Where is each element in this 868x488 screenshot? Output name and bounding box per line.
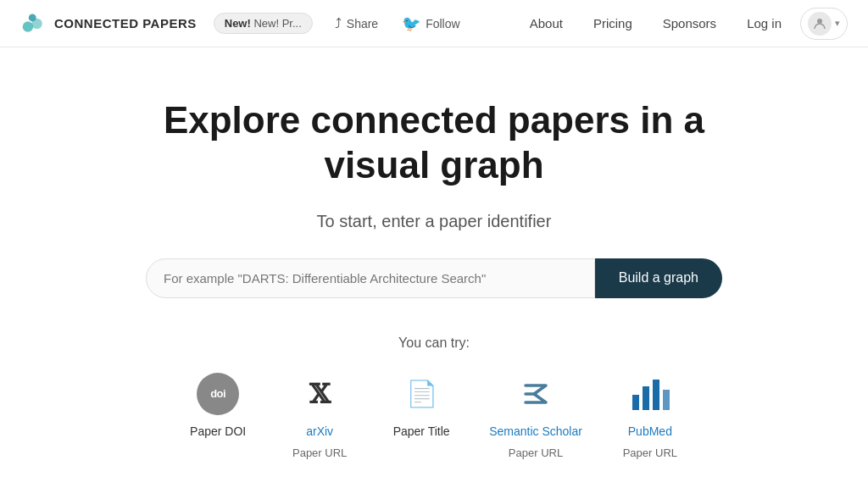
try-section: You can try: doi Paper DOI 𝕏 arXiv Paper… <box>184 336 684 460</box>
semantic-scholar-sublabel: Paper URL <box>509 446 563 459</box>
paper-title-icon: 📄 <box>398 371 444 417</box>
search-row: Build a graph <box>146 258 722 298</box>
doi-label: Paper DOI <box>190 424 246 441</box>
avatar-icon <box>808 12 832 36</box>
paper-title-label: Paper Title <box>393 424 450 441</box>
new-badge-button[interactable]: New! New! Pr... <box>214 13 313 34</box>
page-subtitle: To start, enter a paper identifier <box>317 212 552 231</box>
user-menu-button[interactable]: ▾ <box>800 8 848 40</box>
doi-icon: doi <box>195 371 241 417</box>
follow-label: Follow <box>426 17 459 30</box>
try-item-arxiv[interactable]: 𝕏 arXiv Paper URL <box>286 371 353 460</box>
pubmed-icon <box>627 371 673 417</box>
try-items-row: doi Paper DOI 𝕏 arXiv Paper URL 📄 Paper … <box>184 371 684 460</box>
chevron-down-icon: ▾ <box>835 18 840 29</box>
about-link[interactable]: About <box>518 11 575 36</box>
main-content: Explore connected papers in a visual gra… <box>0 47 868 488</box>
logo-icon <box>20 10 47 37</box>
try-label: You can try: <box>398 336 470 351</box>
try-item-doi[interactable]: doi Paper DOI <box>184 371 252 441</box>
arxiv-sublabel: Paper URL <box>292 446 347 459</box>
share-label: Share <box>347 17 378 30</box>
semantic-scholar-icon <box>513 371 559 417</box>
svg-point-3 <box>817 19 822 24</box>
page-headline: Explore connected papers in a visual gra… <box>116 98 752 188</box>
try-item-semantic-scholar[interactable]: Semantic Scholar Paper URL <box>489 371 582 460</box>
header: CONNECTED PAPERS New! New! Pr... ⤴ Share… <box>0 0 868 47</box>
svg-rect-8 <box>663 390 670 410</box>
share-button[interactable]: ⤴ Share <box>326 11 387 36</box>
pubmed-label: PubMed <box>628 424 672 441</box>
arxiv-icon: 𝕏 <box>297 371 342 417</box>
logo-link[interactable]: CONNECTED PAPERS <box>20 10 197 37</box>
login-button[interactable]: Log in <box>735 11 793 36</box>
share-icon: ⤴ <box>335 16 342 31</box>
arxiv-label: arXiv <box>306 424 333 441</box>
pubmed-sublabel: Paper URL <box>623 446 677 459</box>
svg-rect-7 <box>653 380 659 410</box>
try-item-pubmed[interactable]: PubMed Paper URL <box>616 371 684 460</box>
svg-point-2 <box>29 14 36 21</box>
follow-button[interactable]: 🐦 Follow <box>393 9 468 38</box>
search-input[interactable] <box>146 258 595 298</box>
semantic-scholar-label: Semantic Scholar <box>489 424 582 441</box>
svg-point-0 <box>23 21 33 31</box>
sponsors-link[interactable]: Sponsors <box>651 11 728 36</box>
build-graph-button[interactable]: Build a graph <box>595 258 722 298</box>
svg-rect-5 <box>632 395 639 410</box>
pricing-link[interactable]: Pricing <box>581 11 644 36</box>
logo-text: CONNECTED PAPERS <box>54 16 197 30</box>
twitter-icon: 🐦 <box>402 14 420 33</box>
try-item-paper-title[interactable]: 📄 Paper Title <box>387 371 455 441</box>
svg-rect-6 <box>643 386 649 410</box>
